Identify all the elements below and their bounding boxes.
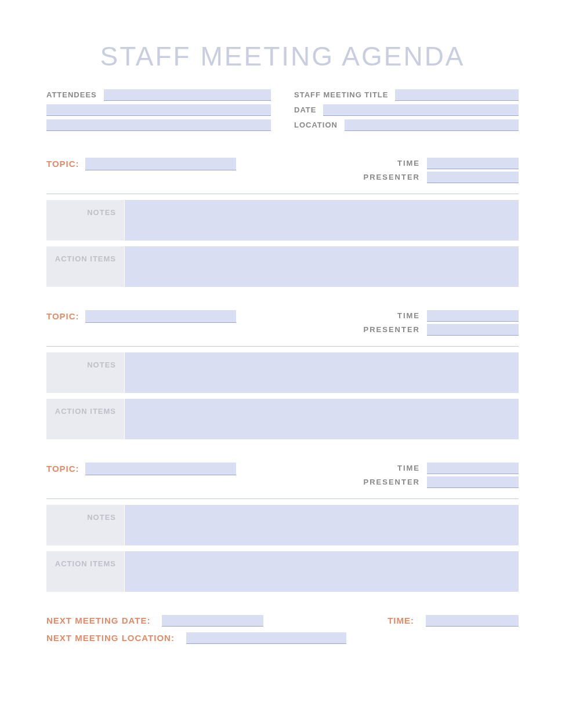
time-label: TIME xyxy=(333,159,420,169)
time-label: TIME xyxy=(333,464,420,474)
notes-input[interactable] xyxy=(125,505,519,545)
presenter-input[interactable] xyxy=(427,324,519,336)
action-items-input[interactable] xyxy=(125,551,519,592)
topic-block: TOPIC: TIME PRESENTER NOTES ACTION ITEMS xyxy=(46,158,519,287)
time-label: TIME xyxy=(333,311,420,322)
page-title: STAFF MEETING AGENDA xyxy=(46,41,519,72)
meeting-title-label: STAFF MEETING TITLE xyxy=(294,90,388,101)
footer-section: NEXT MEETING DATE: TIME: NEXT MEETING LO… xyxy=(46,615,519,644)
presenter-label: PRESENTER xyxy=(333,173,420,183)
attendees-input-1[interactable] xyxy=(104,89,271,101)
next-meeting-time-label: TIME: xyxy=(387,616,414,627)
notes-label: NOTES xyxy=(46,352,125,393)
presenter-input[interactable] xyxy=(427,476,519,488)
next-meeting-date-input[interactable] xyxy=(162,615,263,627)
attendees-label: ATTENDEES xyxy=(46,90,97,101)
topic-block: TOPIC: TIME PRESENTER NOTES ACTION ITEMS xyxy=(46,310,519,439)
location-label: LOCATION xyxy=(294,121,338,131)
topic-input[interactable] xyxy=(85,310,236,323)
presenter-label: PRESENTER xyxy=(333,325,420,336)
topic-block: TOPIC: TIME PRESENTER NOTES ACTION ITEMS xyxy=(46,463,519,592)
notes-input[interactable] xyxy=(125,200,519,241)
next-meeting-time-input[interactable] xyxy=(426,615,519,627)
action-items-input[interactable] xyxy=(125,399,519,439)
notes-label: NOTES xyxy=(46,505,125,545)
attendees-input-2[interactable] xyxy=(46,104,271,116)
time-input[interactable] xyxy=(427,310,519,322)
meeting-info-column: STAFF MEETING TITLE DATE LOCATION xyxy=(294,89,519,134)
action-items-label: ACTION ITEMS xyxy=(46,399,125,439)
next-meeting-location-input[interactable] xyxy=(186,632,347,644)
topic-input[interactable] xyxy=(85,158,236,170)
topic-label: TOPIC: xyxy=(46,158,79,169)
attendees-input-3[interactable] xyxy=(46,119,271,131)
action-items-label: ACTION ITEMS xyxy=(46,246,125,287)
next-meeting-date-label: NEXT MEETING DATE: xyxy=(46,616,150,627)
next-meeting-location-label: NEXT MEETING LOCATION: xyxy=(46,633,175,644)
topic-label: TOPIC: xyxy=(46,463,79,474)
date-input[interactable] xyxy=(323,104,519,116)
topic-input[interactable] xyxy=(85,463,236,475)
time-input[interactable] xyxy=(427,158,519,169)
notes-label: NOTES xyxy=(46,200,125,241)
action-items-input[interactable] xyxy=(125,246,519,287)
meeting-title-input[interactable] xyxy=(395,89,519,101)
action-items-label: ACTION ITEMS xyxy=(46,551,125,592)
presenter-label: PRESENTER xyxy=(333,478,420,488)
location-input[interactable] xyxy=(345,119,519,131)
date-label: DATE xyxy=(294,105,316,116)
time-input[interactable] xyxy=(427,463,519,474)
notes-input[interactable] xyxy=(125,352,519,393)
presenter-input[interactable] xyxy=(427,172,519,183)
attendees-column: ATTENDEES xyxy=(46,89,271,134)
topic-label: TOPIC: xyxy=(46,310,79,321)
header-section: ATTENDEES STAFF MEETING TITLE DATE LOCAT… xyxy=(46,89,519,134)
